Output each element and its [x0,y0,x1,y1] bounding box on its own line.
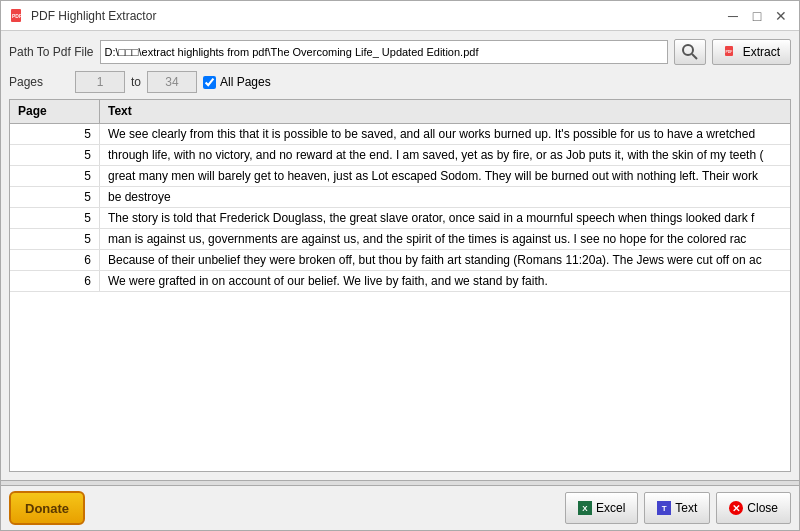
svg-text:PDF: PDF [12,13,22,19]
cell-text: great many men will barely get to heaven… [100,166,790,186]
main-content: Path To Pdf File PDF Extract Pages to [1,31,799,480]
svg-line-3 [692,54,697,59]
search-icon [681,43,699,61]
close-button[interactable]: ✕ [771,6,791,26]
allpages-label[interactable]: All Pages [203,75,271,89]
pages-row: Pages to All Pages [9,71,791,93]
text-label: Text [675,501,697,515]
results-table: Page Text 5We see clearly from this that… [9,99,791,472]
footer: Donate X Excel T Text ✕ Close [1,486,799,530]
footer-right: X Excel T Text ✕ Close [565,492,791,524]
table-row[interactable]: 6Because of their unbelief they were bro… [10,250,790,271]
excel-label: Excel [596,501,625,515]
cell-text: We see clearly from this that it is poss… [100,124,790,144]
svg-text:PDF: PDF [725,50,733,54]
text-icon: T [657,501,671,515]
col-header-text: Text [100,100,790,123]
cell-page: 5 [10,124,100,144]
title-bar-controls: ─ □ ✕ [723,6,791,26]
excel-button[interactable]: X Excel [565,492,638,524]
extract-label: Extract [743,45,780,59]
table-row[interactable]: 5through life, with no victory, and no r… [10,145,790,166]
cell-page: 5 [10,187,100,207]
cell-page: 6 [10,250,100,270]
cell-text: man is against us, governments are again… [100,229,790,249]
window-title: PDF Highlight Extractor [31,9,156,23]
table-row[interactable]: 6We were grafted in on account of our be… [10,271,790,292]
app-icon: PDF [9,8,25,24]
search-button[interactable] [674,39,706,65]
svg-point-2 [683,45,693,55]
title-bar-left: PDF PDF Highlight Extractor [9,8,156,24]
title-bar: PDF PDF Highlight Extractor ─ □ ✕ [1,1,799,31]
cell-text: We were grafted in on account of our bel… [100,271,790,291]
pages-to-label: to [131,75,141,89]
pages-label: Pages [9,75,69,89]
path-label: Path To Pdf File [9,45,94,59]
extract-button[interactable]: PDF Extract [712,39,791,65]
table-header: Page Text [10,100,790,124]
main-window: PDF PDF Highlight Extractor ─ □ ✕ Path T… [0,0,800,531]
pages-from-input[interactable] [75,71,125,93]
table-row[interactable]: 5man is against us, governments are agai… [10,229,790,250]
close-label: Close [747,501,778,515]
pages-to-input[interactable] [147,71,197,93]
close-footer-button[interactable]: ✕ Close [716,492,791,524]
text-button[interactable]: T Text [644,492,710,524]
table-row[interactable]: 5We see clearly from this that it is pos… [10,124,790,145]
donate-button[interactable]: Donate [9,491,85,525]
table-row[interactable]: 5The story is told that Frederick Dougla… [10,208,790,229]
cell-text: through life, with no victory, and no re… [100,145,790,165]
cell-page: 6 [10,271,100,291]
path-input[interactable] [100,40,668,64]
cell-page: 5 [10,166,100,186]
cell-text: be destroye [100,187,790,207]
path-row: Path To Pdf File PDF Extract [9,39,791,65]
cell-page: 5 [10,208,100,228]
table-body: 5We see clearly from this that it is pos… [10,124,790,471]
maximize-button[interactable]: □ [747,6,767,26]
close-icon: ✕ [729,501,743,515]
minimize-button[interactable]: ─ [723,6,743,26]
cell-text: The story is told that Frederick Douglas… [100,208,790,228]
cell-page: 5 [10,229,100,249]
extract-icon: PDF [723,44,739,60]
table-row[interactable]: 5great many men will barely get to heave… [10,166,790,187]
allpages-text: All Pages [220,75,271,89]
cell-page: 5 [10,145,100,165]
col-header-page: Page [10,100,100,123]
allpages-checkbox[interactable] [203,76,216,89]
cell-text: Because of their unbelief they were brok… [100,250,790,270]
table-row[interactable]: 5be destroye [10,187,790,208]
excel-icon: X [578,501,592,515]
